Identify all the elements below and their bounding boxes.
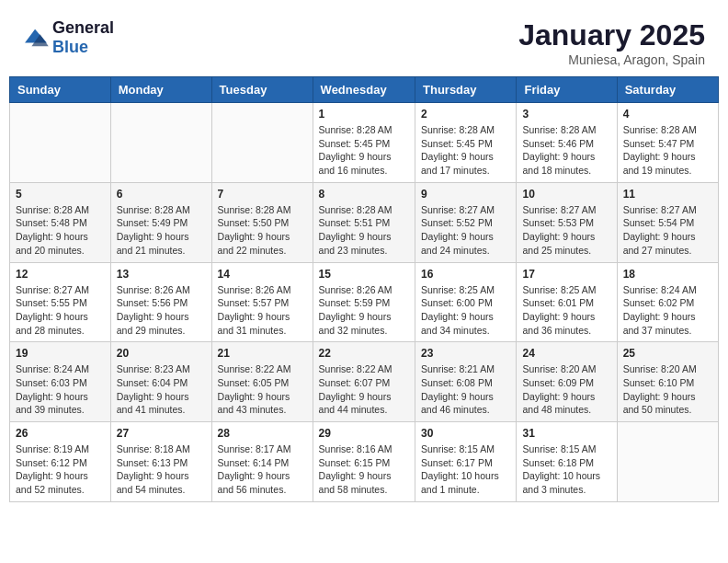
weekday-header-monday: Monday (110, 77, 211, 103)
day-number: 5 (16, 188, 105, 201)
day-info: Sunrise: 8:28 AM Sunset: 5:47 PM Dayligh… (623, 123, 712, 178)
empty-cell (211, 103, 313, 183)
day-cell-12: 12Sunrise: 8:27 AM Sunset: 5:55 PM Dayli… (10, 262, 111, 342)
day-info: Sunrise: 8:26 AM Sunset: 5:57 PM Dayligh… (218, 283, 307, 338)
day-number: 17 (522, 268, 610, 281)
day-cell-9: 9Sunrise: 8:27 AM Sunset: 5:52 PM Daylig… (415, 182, 517, 262)
day-info: Sunrise: 8:27 AM Sunset: 5:52 PM Dayligh… (421, 203, 510, 258)
day-info: Sunrise: 8:26 AM Sunset: 5:59 PM Dayligh… (319, 283, 409, 338)
day-cell-20: 20Sunrise: 8:23 AM Sunset: 6:04 PM Dayli… (110, 342, 211, 422)
day-cell-7: 7Sunrise: 8:28 AM Sunset: 5:50 PM Daylig… (211, 182, 313, 262)
day-info: Sunrise: 8:25 AM Sunset: 6:00 PM Dayligh… (421, 283, 510, 338)
week-row-4: 19Sunrise: 8:24 AM Sunset: 6:03 PM Dayli… (10, 342, 719, 422)
day-info: Sunrise: 8:18 AM Sunset: 6:13 PM Dayligh… (117, 442, 206, 497)
day-cell-29: 29Sunrise: 8:16 AM Sunset: 6:15 PM Dayli… (313, 422, 415, 502)
day-number: 29 (319, 427, 409, 440)
day-number: 26 (16, 427, 105, 440)
month-title: January 2025 (518, 18, 705, 52)
day-number: 20 (117, 347, 206, 360)
day-info: Sunrise: 8:27 AM Sunset: 5:53 PM Dayligh… (522, 203, 610, 258)
day-cell-15: 15Sunrise: 8:26 AM Sunset: 5:59 PM Dayli… (313, 262, 415, 342)
day-cell-21: 21Sunrise: 8:22 AM Sunset: 6:05 PM Dayli… (211, 342, 313, 422)
day-cell-3: 3Sunrise: 8:28 AM Sunset: 5:46 PM Daylig… (517, 103, 617, 183)
day-number: 10 (522, 188, 610, 201)
day-info: Sunrise: 8:15 AM Sunset: 6:18 PM Dayligh… (522, 442, 610, 497)
day-cell-18: 18Sunrise: 8:24 AM Sunset: 6:02 PM Dayli… (617, 262, 718, 342)
day-cell-11: 11Sunrise: 8:27 AM Sunset: 5:54 PM Dayli… (617, 182, 718, 262)
day-number: 24 (522, 347, 610, 360)
day-cell-14: 14Sunrise: 8:26 AM Sunset: 5:57 PM Dayli… (211, 262, 313, 342)
day-number: 13 (117, 268, 206, 281)
day-cell-17: 17Sunrise: 8:25 AM Sunset: 6:01 PM Dayli… (517, 262, 617, 342)
day-cell-28: 28Sunrise: 8:17 AM Sunset: 6:14 PM Dayli… (211, 422, 313, 502)
day-info: Sunrise: 8:28 AM Sunset: 5:50 PM Dayligh… (218, 203, 307, 258)
day-number: 11 (623, 188, 712, 201)
empty-cell (110, 103, 211, 183)
week-row-1: 1Sunrise: 8:28 AM Sunset: 5:45 PM Daylig… (10, 103, 719, 183)
day-info: Sunrise: 8:28 AM Sunset: 5:48 PM Dayligh… (16, 203, 105, 258)
weekday-header-thursday: Thursday (415, 77, 517, 103)
day-number: 6 (117, 188, 206, 201)
logo-icon (23, 28, 49, 48)
day-number: 9 (421, 188, 510, 201)
location: Muniesa, Aragon, Spain (518, 52, 705, 67)
day-number: 18 (623, 268, 712, 281)
day-cell-16: 16Sunrise: 8:25 AM Sunset: 6:00 PM Dayli… (415, 262, 517, 342)
day-cell-10: 10Sunrise: 8:27 AM Sunset: 5:53 PM Dayli… (517, 182, 617, 262)
page-header: General Blue January 2025 Muniesa, Arago… (9, 9, 719, 72)
day-cell-4: 4Sunrise: 8:28 AM Sunset: 5:47 PM Daylig… (617, 103, 718, 183)
weekday-header-row: SundayMondayTuesdayWednesdayThursdayFrid… (10, 77, 719, 103)
day-number: 1 (319, 108, 409, 121)
weekday-header-sunday: Sunday (10, 77, 111, 103)
day-number: 23 (421, 347, 510, 360)
day-info: Sunrise: 8:24 AM Sunset: 6:03 PM Dayligh… (16, 362, 105, 417)
empty-cell (617, 422, 718, 502)
day-cell-22: 22Sunrise: 8:22 AM Sunset: 6:07 PM Dayli… (313, 342, 415, 422)
day-number: 4 (623, 108, 712, 121)
logo-blue: Blue (52, 38, 88, 56)
day-cell-26: 26Sunrise: 8:19 AM Sunset: 6:12 PM Dayli… (10, 422, 111, 502)
day-number: 25 (623, 347, 712, 360)
day-cell-19: 19Sunrise: 8:24 AM Sunset: 6:03 PM Dayli… (10, 342, 111, 422)
day-cell-23: 23Sunrise: 8:21 AM Sunset: 6:08 PM Dayli… (415, 342, 517, 422)
day-cell-24: 24Sunrise: 8:20 AM Sunset: 6:09 PM Dayli… (517, 342, 617, 422)
day-number: 8 (319, 188, 409, 201)
weekday-header-saturday: Saturday (617, 77, 718, 103)
weekday-header-friday: Friday (517, 77, 617, 103)
day-cell-30: 30Sunrise: 8:15 AM Sunset: 6:17 PM Dayli… (415, 422, 517, 502)
day-info: Sunrise: 8:25 AM Sunset: 6:01 PM Dayligh… (522, 283, 610, 338)
week-row-2: 5Sunrise: 8:28 AM Sunset: 5:48 PM Daylig… (10, 182, 719, 262)
day-info: Sunrise: 8:28 AM Sunset: 5:45 PM Dayligh… (319, 123, 409, 178)
day-info: Sunrise: 8:20 AM Sunset: 6:09 PM Dayligh… (522, 362, 610, 417)
calendar: SundayMondayTuesdayWednesdayThursdayFrid… (9, 76, 719, 502)
day-cell-27: 27Sunrise: 8:18 AM Sunset: 6:13 PM Dayli… (110, 422, 211, 502)
day-info: Sunrise: 8:28 AM Sunset: 5:46 PM Dayligh… (522, 123, 610, 178)
day-cell-6: 6Sunrise: 8:28 AM Sunset: 5:49 PM Daylig… (110, 182, 211, 262)
title-block: January 2025 Muniesa, Aragon, Spain (518, 18, 705, 67)
day-number: 19 (16, 347, 105, 360)
day-number: 15 (319, 268, 409, 281)
day-info: Sunrise: 8:22 AM Sunset: 6:07 PM Dayligh… (319, 362, 409, 417)
day-info: Sunrise: 8:22 AM Sunset: 6:05 PM Dayligh… (218, 362, 307, 417)
day-number: 28 (218, 427, 307, 440)
logo-text: General Blue (52, 18, 114, 57)
day-info: Sunrise: 8:15 AM Sunset: 6:17 PM Dayligh… (421, 442, 510, 497)
day-info: Sunrise: 8:21 AM Sunset: 6:08 PM Dayligh… (421, 362, 510, 417)
day-cell-31: 31Sunrise: 8:15 AM Sunset: 6:18 PM Dayli… (517, 422, 617, 502)
day-info: Sunrise: 8:23 AM Sunset: 6:04 PM Dayligh… (117, 362, 206, 417)
day-info: Sunrise: 8:17 AM Sunset: 6:14 PM Dayligh… (218, 442, 307, 497)
day-number: 7 (218, 188, 307, 201)
weekday-header-wednesday: Wednesday (313, 77, 415, 103)
day-number: 16 (421, 268, 510, 281)
day-info: Sunrise: 8:28 AM Sunset: 5:51 PM Dayligh… (319, 203, 409, 258)
empty-cell (10, 103, 111, 183)
day-info: Sunrise: 8:27 AM Sunset: 5:54 PM Dayligh… (623, 203, 712, 258)
day-info: Sunrise: 8:27 AM Sunset: 5:55 PM Dayligh… (16, 283, 105, 338)
logo: General Blue (23, 18, 114, 57)
day-number: 21 (218, 347, 307, 360)
day-number: 14 (218, 268, 307, 281)
day-number: 3 (522, 108, 610, 121)
day-number: 30 (421, 427, 510, 440)
day-info: Sunrise: 8:20 AM Sunset: 6:10 PM Dayligh… (623, 362, 712, 417)
day-number: 31 (522, 427, 610, 440)
